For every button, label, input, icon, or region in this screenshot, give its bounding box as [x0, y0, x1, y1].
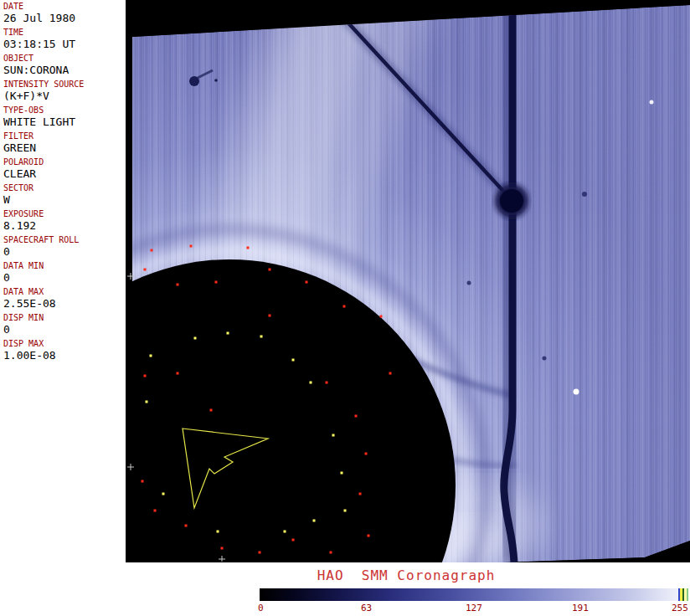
field-disp-min: DISP MIN 0	[3, 313, 126, 336]
metadata-panel: DATE 26 Jul 1980 TIME 03:18:15 UT OBJECT…	[0, 0, 126, 562]
field-value: 0	[3, 323, 126, 336]
colorbar	[260, 588, 688, 601]
colorbar-tick-127: 127	[466, 603, 482, 613]
field-label: SECTOR	[3, 183, 126, 193]
field-value: 26 Jul 1980	[3, 12, 126, 24]
field-label: DATA MIN	[3, 261, 126, 271]
field-label: EXPOSURE	[3, 209, 126, 219]
pylon-joint-blob-core	[500, 189, 523, 213]
colorbar-tick-191: 191	[572, 603, 589, 613]
field-value: 8.192	[3, 219, 126, 232]
field-label: SPACECRAFT ROLL	[3, 235, 126, 245]
colorbar-end-stripe	[687, 588, 688, 601]
field-type-obs: TYPE-OBS WHITE LIGHT	[3, 105, 126, 128]
field-spacecraft-roll: SPACECRAFT ROLL 0	[3, 235, 126, 258]
colorbar-tick-0: 0	[258, 603, 264, 613]
field-disp-max: DISP MAX 1.00E-08	[3, 339, 126, 362]
field-value: GREEN	[3, 141, 126, 154]
field-label: POLAROID	[3, 157, 126, 167]
field-filter: FILTER GREEN	[3, 131, 126, 154]
field-object: OBJECT SUN:CORONA	[3, 54, 126, 76]
field-intensity-source: INTENSITY SOURCE (K+F)*V	[3, 80, 126, 102]
coronagraph-image	[126, 0, 690, 562]
field-label: DISP MAX	[3, 339, 126, 349]
field-value: 2.55E-08	[3, 297, 126, 310]
bright-speck-1	[650, 100, 654, 105]
field-label: FILTER	[3, 131, 126, 141]
field-exposure: EXPOSURE 8.192	[3, 209, 126, 232]
dust-speck	[214, 79, 218, 82]
field-value: WHITE LIGHT	[3, 116, 126, 128]
field-value: CLEAR	[3, 167, 126, 180]
field-label: DATA MAX	[3, 287, 126, 297]
field-label: INTENSITY SOURCE	[3, 80, 126, 90]
field-value: (K+F)*V	[3, 90, 126, 102]
field-label: TYPE-OBS	[3, 105, 126, 116]
field-polaroid: POLAROID CLEAR	[3, 157, 126, 180]
image-title: HAO SMM Coronagraph	[317, 567, 496, 583]
field-value: SUN:CORONA	[3, 64, 126, 76]
field-time: TIME 03:18:15 UT	[3, 28, 126, 50]
field-label: DATE	[3, 2, 126, 12]
field-value: 0	[3, 245, 126, 258]
field-data-min: DATA MIN 0	[3, 261, 126, 284]
coronagraph-viewer-window: DATE 26 Jul 1980 TIME 03:18:15 UT OBJECT…	[0, 0, 690, 616]
field-label: TIME	[3, 28, 126, 38]
field-value: 0	[3, 271, 126, 284]
field-value: 1.00E-08	[3, 349, 126, 362]
field-label: OBJECT	[3, 54, 126, 64]
field-value: W	[3, 193, 126, 206]
colorbar-tick-63: 63	[361, 603, 372, 613]
colorbar-tick-255: 255	[672, 603, 688, 613]
field-date: DATE 26 Jul 1980	[3, 2, 126, 24]
field-sector: SECTOR W	[3, 183, 126, 206]
bright-speck-2	[574, 389, 579, 395]
field-data-max: DATA MAX 2.55E-08	[3, 287, 126, 310]
field-value: 03:18:15 UT	[3, 38, 126, 50]
field-label: DISP MIN	[3, 313, 126, 323]
image-display-area	[126, 0, 690, 562]
footer: HAO SMM Coronagraph 0 63 127 191 255	[126, 562, 690, 616]
